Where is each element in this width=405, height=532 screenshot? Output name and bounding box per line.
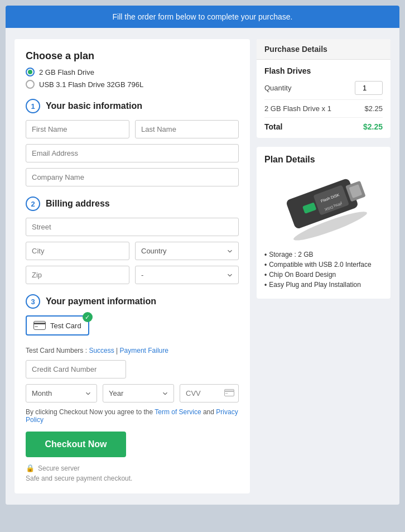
svg-rect-5 [225, 393, 228, 394]
city-country-row: Country [26, 242, 239, 260]
street-row [26, 218, 239, 236]
card-option-label: Test Card [50, 322, 81, 330]
cvv-row: Month 01 02 03 04 05 06 07 08 09 10 11 1… [26, 384, 239, 402]
zip-state-row: - [26, 266, 239, 284]
cvv-wrapper [180, 384, 239, 402]
plan-features-list: Storage : 2 GBCompatible with USB 2.0 In… [264, 251, 383, 289]
pd-divider [264, 99, 383, 100]
email-row [26, 144, 239, 162]
secure-info: 🔒 Secure server [26, 464, 239, 472]
country-select[interactable]: Country [135, 242, 239, 260]
email-input[interactable] [26, 144, 239, 162]
city-input[interactable] [26, 242, 129, 260]
success-link[interactable]: Success [89, 347, 114, 354]
card-option-wrapper: ✓ Test Card [26, 315, 239, 341]
choose-plan-title: Choose a plan [26, 50, 239, 62]
cvv-card-icon [224, 389, 234, 398]
section3-header: 3 Your payment information [26, 294, 239, 309]
page-wrapper: Fill the order form below to complete yo… [6, 6, 399, 505]
svg-rect-1 [33, 323, 46, 324]
credit-card-icon [33, 321, 46, 330]
test-card-info: Test Card Numbers : Success | Payment Fa… [26, 347, 239, 354]
quantity-input[interactable] [355, 81, 383, 95]
svg-rect-3 [225, 389, 234, 396]
plan-label-2: USB 3.1 Flash Drive 32GB 796L [39, 80, 143, 89]
test-card-numbers-label: Test Card Numbers : [26, 347, 87, 354]
checkout-button[interactable]: Checkout Now [26, 432, 126, 457]
total-value: $2.25 [363, 122, 383, 131]
total-label: Total [264, 122, 282, 131]
state-select[interactable]: - [135, 266, 239, 284]
plan-label-1: 2 GB Flash Drive [39, 68, 94, 76]
section2-header: 2 Billing address [26, 196, 239, 211]
plan-feature-item: Storage : 2 GB [264, 251, 383, 258]
top-banner: Fill the order form below to complete yo… [6, 6, 399, 28]
terms-link1[interactable]: Term of Service [155, 408, 201, 416]
item-label: 2 GB Flash Drive x 1 [264, 104, 331, 113]
street-input[interactable] [26, 218, 239, 236]
zip-input[interactable] [26, 266, 129, 284]
first-name-input[interactable] [26, 120, 129, 138]
card-checkmark: ✓ [83, 312, 93, 322]
company-row [26, 168, 239, 186]
total-row: Total $2.25 [264, 122, 383, 131]
purchase-details-body: Flash Drives Quantity 2 GB Flash Drive x… [257, 60, 390, 138]
section1-title: Your basic information [46, 101, 142, 111]
section3-title: Your payment information [46, 296, 156, 306]
main-content: Choose a plan 2 GB Flash Drive USB 3.1 F… [6, 28, 399, 505]
plan-feature-item: Compatible with USB 2.0 Interface [264, 261, 383, 269]
terms-prefix: By clicking Checkout Now you agree to th… [26, 408, 155, 416]
company-input[interactable] [26, 168, 239, 186]
name-row [26, 120, 239, 138]
lock-icon: 🔒 [26, 464, 35, 472]
plan-feature-item: Easy Plug and Play Installation [264, 281, 383, 289]
purchase-details-header: Purchase Details [257, 39, 390, 60]
quantity-label: Quantity [264, 84, 291, 92]
plan-details-card: Plan Details [257, 147, 390, 299]
item-price: $2.25 [364, 104, 383, 113]
checkout-button-label: Checkout Now [45, 439, 107, 449]
pd-divider-2 [264, 117, 383, 118]
section2-title: Billing address [46, 199, 110, 209]
plan-feature-item: Chip On Board Design [264, 271, 383, 279]
svg-rect-2 [35, 326, 38, 327]
section3-number: 3 [26, 294, 40, 309]
plan-option-1[interactable]: 2 GB Flash Drive [26, 68, 239, 76]
left-panel: Choose a plan 2 GB Flash Drive USB 3.1 F… [15, 39, 250, 493]
section2-number: 2 [26, 196, 40, 211]
cc-number-input[interactable] [26, 360, 126, 378]
failure-link[interactable]: Payment Failure [120, 347, 168, 354]
quantity-row: Quantity [264, 81, 383, 95]
cc-number-row [26, 360, 239, 378]
svg-rect-4 [224, 390, 234, 392]
secure-subtext: Safe and secure payment checkout. [26, 475, 239, 482]
usb-drive-illustration: Flash DiSK ɟlɐsɥ DiSK [273, 171, 374, 244]
year-select[interactable]: Year 2024 2025 2026 2027 [103, 384, 174, 402]
usb-illustration: Flash DiSK ɟlɐsɥ DiSK [264, 171, 383, 244]
card-option-box[interactable]: ✓ Test Card [26, 315, 89, 336]
right-panel: Purchase Details Flash Drives Quantity 2… [257, 39, 390, 493]
purchase-details-card: Purchase Details Flash Drives Quantity 2… [257, 39, 390, 138]
plan-option-2[interactable]: USB 3.1 Flash Drive 32GB 796L [26, 80, 239, 89]
plan-details-title: Plan Details [264, 155, 383, 165]
last-name-input[interactable] [135, 120, 239, 138]
banner-text: Fill the order form below to complete yo… [113, 12, 293, 21]
radio-icon-1 [26, 68, 35, 76]
terms-and: and [201, 408, 216, 416]
svg-rect-0 [34, 322, 46, 330]
choose-plan-section: Choose a plan 2 GB Flash Drive USB 3.1 F… [26, 50, 239, 89]
radio-icon-2 [26, 80, 35, 89]
pd-section-title: Flash Drives [264, 66, 383, 75]
item-row: 2 GB Flash Drive x 1 $2.25 [264, 104, 383, 113]
month-select[interactable]: Month 01 02 03 04 05 06 07 08 09 10 11 1… [26, 384, 97, 402]
section1-header: 1 Your basic information [26, 99, 239, 113]
section1-number: 1 [26, 99, 40, 113]
secure-label: Secure server [38, 464, 80, 472]
terms-text: By clicking Checkout Now you agree to th… [26, 408, 239, 424]
